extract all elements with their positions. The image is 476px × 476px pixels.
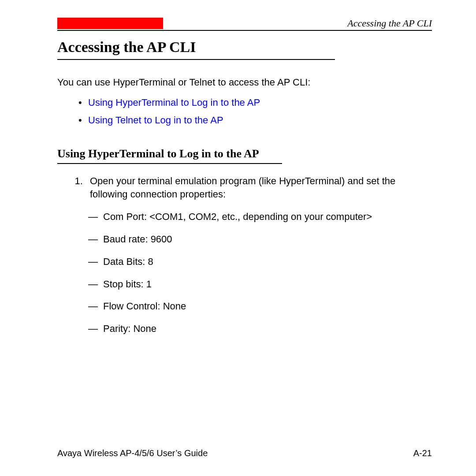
page-footer: Avaya Wireless AP-4/5/6 User’s Guide A-2…: [57, 448, 432, 458]
list-item: Using Telnet to Log in to the AP: [88, 115, 432, 126]
footer-guide-name: Avaya Wireless AP-4/5/6 User’s Guide: [57, 448, 208, 458]
page-title: Accessing the AP CLI: [57, 39, 432, 56]
setting-data-bits: Data Bits: 8: [103, 255, 432, 269]
connection-properties-list: Com Port: <COM1, COM2, etc., depending o…: [90, 210, 432, 336]
link-telnet[interactable]: Using Telnet to Log in to the AP: [88, 115, 223, 126]
setting-baud-rate: Baud rate: 9600: [103, 233, 432, 246]
setting-stop-bits: Stop bits: 1: [103, 278, 432, 291]
setting-parity: Parity: None: [103, 322, 432, 336]
list-item: Using HyperTerminal to Log in to the AP: [88, 97, 432, 108]
running-header-text: Accessing the AP CLI: [347, 18, 432, 29]
document-page: Accessing the AP CLI Accessing the AP CL…: [0, 0, 476, 476]
procedure-list: Open your terminal emulation program (li…: [57, 175, 432, 336]
page-header: Accessing the AP CLI: [57, 18, 432, 29]
setting-com-port: Com Port: <COM1, COM2, etc., depending o…: [103, 210, 432, 224]
step-1-text: Open your terminal emulation program (li…: [90, 175, 395, 200]
section-underline: [57, 163, 282, 164]
section-heading: Using HyperTerminal to Log in to the AP: [57, 147, 432, 160]
cross-reference-list: Using HyperTerminal to Log in to the AP …: [57, 97, 432, 126]
step-1: Open your terminal emulation program (li…: [86, 175, 432, 336]
title-underline: [57, 59, 335, 60]
setting-flow-control: Flow Control: None: [103, 300, 432, 313]
footer-page-number: A-21: [413, 448, 432, 458]
intro-paragraph: You can use HyperTerminal or Telnet to a…: [57, 76, 432, 89]
header-divider: [57, 30, 432, 31]
link-hyperterminal[interactable]: Using HyperTerminal to Log in to the AP: [88, 97, 260, 108]
brand-color-block: [57, 18, 163, 29]
